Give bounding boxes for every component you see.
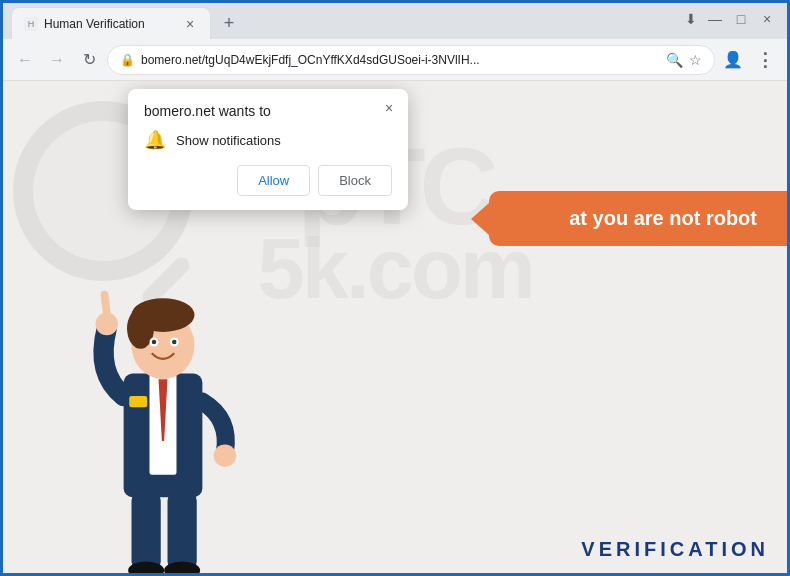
- tab-close-button[interactable]: ×: [182, 16, 198, 32]
- download-icon: ⬇: [685, 11, 697, 27]
- svg-point-8: [152, 340, 157, 345]
- allow-button[interactable]: Allow: [237, 165, 310, 196]
- cartoon-figure: [73, 216, 253, 576]
- menu-button[interactable]: ⋮: [751, 46, 779, 74]
- active-tab[interactable]: H Human Verification ×: [11, 7, 211, 39]
- popup-notification-row: 🔔 Show notifications: [144, 129, 392, 151]
- bell-icon: 🔔: [144, 129, 166, 151]
- address-bar[interactable]: 🔒 bomero.net/tgUqD4wEkjFdfj_OCnYffKXd4sd…: [107, 45, 715, 75]
- reload-button[interactable]: ↻: [75, 46, 103, 74]
- svg-rect-17: [129, 396, 147, 407]
- verification-label: VERIFICATION: [581, 538, 769, 561]
- minimize-button[interactable]: —: [705, 9, 725, 29]
- speech-bubble-arrow: [471, 203, 489, 235]
- tab-favicon: H: [24, 17, 38, 31]
- popup-buttons: Allow Block: [144, 165, 392, 196]
- new-tab-button[interactable]: +: [215, 9, 243, 37]
- maximize-button[interactable]: □: [731, 9, 751, 29]
- svg-rect-13: [132, 492, 161, 571]
- tab-title: Human Verification: [44, 17, 176, 31]
- notification-popup: × bomero.net wants to 🔔 Show notificatio…: [128, 89, 408, 210]
- back-button[interactable]: ←: [11, 46, 39, 74]
- popup-close-button[interactable]: ×: [378, 97, 400, 119]
- speech-bubble-text: at you are not robot: [569, 207, 757, 229]
- svg-rect-14: [168, 492, 197, 571]
- bookmark-icon[interactable]: ☆: [689, 52, 702, 68]
- block-button[interactable]: Block: [318, 165, 392, 196]
- speech-bubble: at you are not robot: [489, 191, 787, 246]
- tab-bar: — □ × H Human Verification × + ⬇: [3, 3, 787, 39]
- search-icon[interactable]: 🔍: [666, 52, 683, 68]
- svg-point-9: [172, 340, 177, 345]
- page-content: pTC 5k.com at you are not robot: [3, 81, 787, 576]
- popup-title: bomero.net wants to: [144, 103, 392, 119]
- svg-line-11: [105, 295, 107, 313]
- nav-bar: ← → ↻ 🔒 bomero.net/tgUqD4wEkjFdfj_OCnYff…: [3, 39, 787, 81]
- close-window-button[interactable]: ×: [757, 9, 777, 29]
- url-text: bomero.net/tgUqD4wEkjFdfj_OCnYffKXd4sdGU…: [141, 53, 660, 67]
- svg-point-12: [214, 444, 237, 467]
- profile-button[interactable]: 👤: [719, 46, 747, 74]
- lock-icon: 🔒: [120, 53, 135, 67]
- forward-button[interactable]: →: [43, 46, 71, 74]
- notification-label: Show notifications: [176, 133, 281, 148]
